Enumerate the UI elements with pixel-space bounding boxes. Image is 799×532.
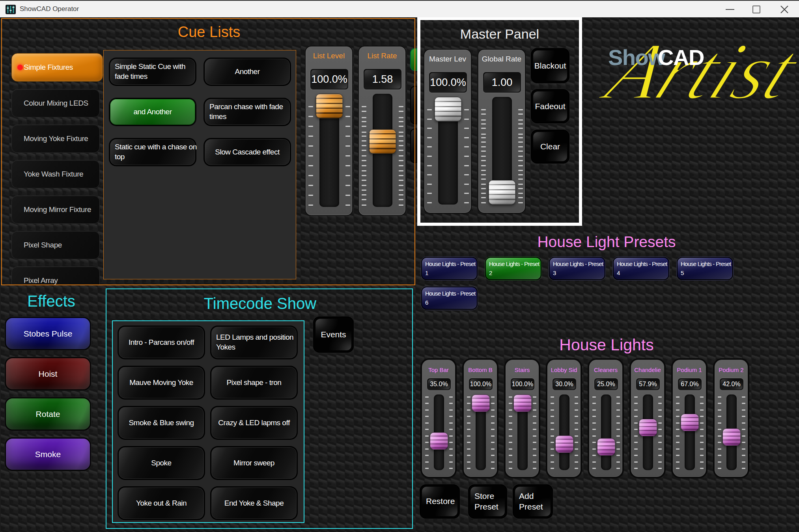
svg-text:Show: Show [608,45,665,70]
svg-text:CAD: CAD [658,45,704,70]
svg-text:Artist: Artist [590,26,799,116]
